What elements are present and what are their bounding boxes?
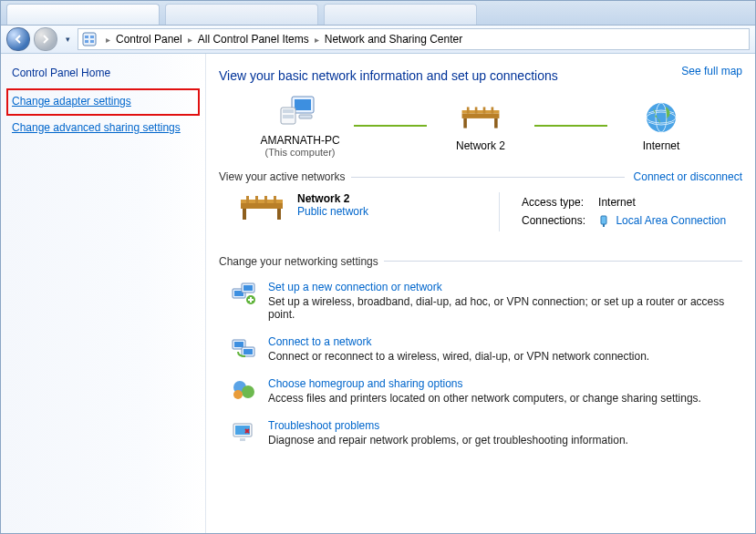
map-node-sublabel: (This computer) <box>264 147 335 158</box>
bench-icon <box>237 192 286 223</box>
map-node-pc[interactable]: AMARNATH-PC (This computer) <box>246 94 354 158</box>
svg-rect-16 <box>475 107 478 113</box>
page-heading: View your basic network information and … <box>219 68 742 83</box>
svg-rect-31 <box>603 224 605 227</box>
map-node-label: Network 2 <box>456 139 505 152</box>
item-title: Troubleshoot problems <box>268 419 628 432</box>
advanced-sharing-link[interactable]: Change advanced sharing settings <box>12 121 194 136</box>
settings-list: Set up a new connection or network Set u… <box>219 273 742 454</box>
network-type-link[interactable]: Public network <box>297 205 368 218</box>
svg-rect-25 <box>277 209 281 220</box>
troubleshoot-icon <box>230 419 257 445</box>
highlighted-box: Change adapter settings <box>6 88 200 116</box>
svg-rect-17 <box>483 107 486 113</box>
svg-rect-38 <box>234 342 243 347</box>
browser-tabstrip <box>1 1 755 26</box>
browser-tab[interactable] <box>165 4 318 25</box>
breadcrumb-item[interactable]: Network and Sharing Center <box>325 33 462 46</box>
svg-rect-3 <box>85 40 88 43</box>
section-title: Change your networking settings <box>219 255 378 268</box>
svg-rect-0 <box>83 33 96 46</box>
network-map: AMARNATH-PC (This computer) Network 2 In… <box>246 94 715 158</box>
svg-rect-15 <box>467 107 470 113</box>
map-edge <box>534 120 607 131</box>
svg-rect-1 <box>85 36 88 38</box>
window: ▾ ▸ Control Panel ▸ All Control Panel It… <box>0 0 756 534</box>
map-node-internet[interactable]: Internet <box>607 99 715 152</box>
svg-rect-9 <box>283 115 294 118</box>
svg-rect-12 <box>462 114 500 118</box>
see-full-map-link[interactable]: See full map <box>681 65 742 77</box>
breadcrumb[interactable]: ▸ Control Panel ▸ All Control Panel Item… <box>78 28 750 50</box>
svg-rect-13 <box>463 118 467 128</box>
item-desc: Set up a wireless, broadband, dial-up, a… <box>268 295 742 321</box>
connection-link[interactable]: Local Area Connection <box>616 214 726 227</box>
troubleshoot-item[interactable]: Troubleshoot problems Diagnose and repai… <box>219 412 742 454</box>
chevron-right-icon: ▸ <box>184 35 196 45</box>
active-network-row: Network 2 Public network Access type: In… <box>219 189 742 242</box>
svg-rect-6 <box>295 99 311 110</box>
section-networking-settings: Change your networking settings <box>219 255 742 268</box>
computer-icon <box>278 94 322 130</box>
svg-rect-30 <box>601 216 606 224</box>
forward-button[interactable] <box>34 27 57 51</box>
svg-rect-4 <box>90 40 94 43</box>
browser-tab[interactable] <box>324 4 477 25</box>
svg-rect-40 <box>243 349 253 354</box>
content-area: Control Panel Home Change adapter settin… <box>1 54 755 533</box>
svg-rect-10 <box>299 115 312 118</box>
breadcrumb-item[interactable]: All Control Panel Items <box>198 33 309 46</box>
svg-rect-14 <box>494 118 498 128</box>
item-title: Connect to a network <box>268 335 649 348</box>
svg-point-43 <box>233 390 243 399</box>
nav-history-dropdown[interactable]: ▾ <box>61 33 74 46</box>
svg-rect-26 <box>246 196 249 203</box>
main-panel: See full map View your basic network inf… <box>206 54 755 533</box>
change-adapter-link[interactable]: Change adapter settings <box>12 95 194 109</box>
item-desc: Connect or reconnect to a wireless, wire… <box>268 350 649 363</box>
ethernet-icon <box>598 215 609 228</box>
svg-rect-28 <box>264 196 267 203</box>
homegroup-icon <box>230 377 257 403</box>
svg-point-19 <box>647 103 676 132</box>
section-title: View your active networks <box>219 170 346 183</box>
back-button[interactable] <box>6 27 30 51</box>
connections-label: Connections: <box>516 212 591 230</box>
active-network-name: Network 2 <box>297 192 368 205</box>
connection-details: Access type: Internet Connections: Local… <box>514 192 733 231</box>
map-node-network[interactable]: Network 2 <box>427 99 534 152</box>
svg-rect-2 <box>90 36 94 38</box>
item-desc: Access files and printers located on oth… <box>268 392 701 405</box>
divider <box>351 177 625 178</box>
item-desc: Diagnose and repair network problems, or… <box>268 434 628 447</box>
setup-connection-icon <box>230 281 257 306</box>
svg-rect-18 <box>492 107 494 113</box>
svg-rect-8 <box>283 109 294 113</box>
sidebar-home-link[interactable]: Control Panel Home <box>12 67 194 79</box>
sidebar: Control Panel Home Change adapter settin… <box>1 54 206 533</box>
globe-icon <box>639 99 683 136</box>
control-panel-icon <box>82 32 97 46</box>
map-node-label: Internet <box>643 139 680 152</box>
setup-connection-item[interactable]: Set up a new connection or network Set u… <box>219 273 742 328</box>
svg-rect-24 <box>243 209 246 220</box>
connect-disconnect-link[interactable]: Connect or disconnect <box>634 170 742 183</box>
access-type-label: Access type: <box>516 194 591 211</box>
access-type-value: Internet <box>593 194 731 211</box>
chevron-right-icon: ▸ <box>102 35 114 45</box>
homegroup-item[interactable]: Choose homegroup and sharing options Acc… <box>219 370 742 412</box>
section-active-networks: View your active networks Connect or dis… <box>219 170 742 183</box>
svg-rect-23 <box>241 203 283 209</box>
map-edge <box>354 120 427 131</box>
browser-tab[interactable] <box>6 4 160 25</box>
item-title: Choose homegroup and sharing options <box>268 377 701 390</box>
breadcrumb-item[interactable]: Control Panel <box>116 33 182 46</box>
connect-network-item[interactable]: Connect to a network Connect or reconnec… <box>219 328 742 370</box>
svg-rect-35 <box>243 285 253 291</box>
svg-point-42 <box>242 385 254 398</box>
map-node-label: AMARNATH-PC <box>260 134 339 147</box>
svg-rect-46 <box>240 438 245 441</box>
bench-icon <box>459 99 502 136</box>
item-title: Set up a new connection or network <box>268 281 742 293</box>
svg-rect-29 <box>274 196 276 203</box>
